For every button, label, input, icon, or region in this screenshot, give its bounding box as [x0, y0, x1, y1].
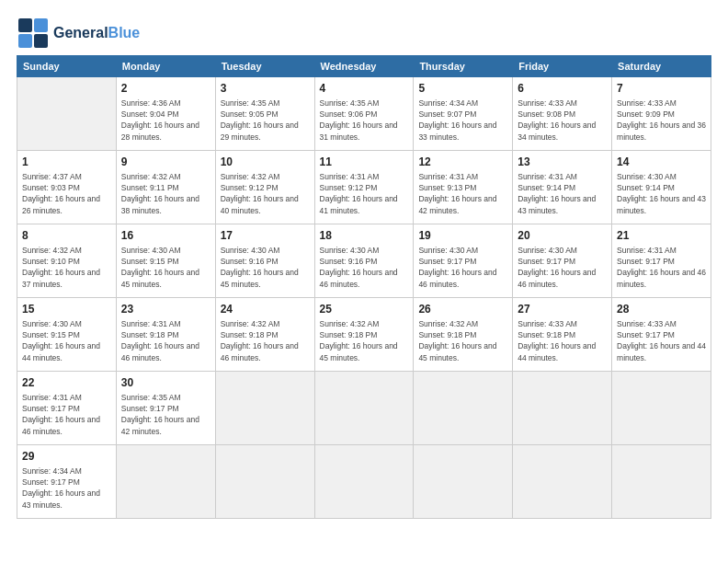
page-container: GeneralBlue SundayMondayTuesdayWednesday… — [0, 0, 728, 528]
day-number: 8 — [22, 228, 111, 244]
day-info: Sunrise: 4:34 AMSunset: 9:17 PMDaylight:… — [22, 465, 111, 511]
day-info: Sunrise: 4:33 AMSunset: 9:18 PMDaylight:… — [518, 318, 607, 363]
day-number: 3 — [221, 81, 310, 97]
calendar-cell: 5Sunrise: 4:34 AMSunset: 9:07 PMDaylight… — [414, 77, 513, 151]
day-number: 18 — [320, 228, 409, 244]
calendar-cell — [414, 372, 513, 445]
calendar-cell — [513, 372, 612, 445]
day-number: 21 — [617, 228, 706, 244]
calendar-cell — [17, 77, 117, 151]
calendar-cell: 1Sunrise: 4:37 AMSunset: 9:03 PMDaylight… — [17, 151, 117, 224]
calendar-cell: 4Sunrise: 4:35 AMSunset: 9:06 PMDaylight… — [314, 77, 414, 151]
day-info: Sunrise: 4:33 AMSunset: 9:17 PMDaylight:… — [617, 318, 706, 363]
day-header-sunday: Sunday — [17, 56, 117, 77]
calendar-week-4: 22Sunrise: 4:31 AMSunset: 9:17 PMDayligh… — [17, 372, 711, 445]
day-number: 11 — [320, 155, 409, 170]
day-number: 5 — [418, 81, 507, 97]
calendar-cell — [215, 372, 314, 445]
calendar-cell: 2Sunrise: 4:36 AMSunset: 9:04 PMDaylight… — [116, 77, 215, 151]
calendar-body: 2Sunrise: 4:36 AMSunset: 9:04 PMDaylight… — [17, 77, 711, 519]
day-number: 29 — [22, 449, 111, 465]
day-info: Sunrise: 4:32 AMSunset: 9:10 PMDaylight:… — [22, 245, 111, 290]
calendar-week-2: 8Sunrise: 4:32 AMSunset: 9:10 PMDaylight… — [17, 224, 711, 298]
day-info: Sunrise: 4:33 AMSunset: 9:08 PMDaylight:… — [518, 98, 607, 143]
day-info: Sunrise: 4:30 AMSunset: 9:17 PMDaylight:… — [518, 245, 607, 290]
day-number: 25 — [320, 302, 409, 317]
calendar-cell: 27Sunrise: 4:33 AMSunset: 9:18 PMDayligh… — [513, 298, 612, 372]
calendar-cell — [513, 445, 612, 519]
calendar-cell: 16Sunrise: 4:30 AMSunset: 9:15 PMDayligh… — [116, 224, 215, 298]
day-number: 16 — [121, 228, 210, 244]
calendar-cell: 21Sunrise: 4:31 AMSunset: 9:17 PMDayligh… — [612, 224, 711, 298]
day-number: 6 — [518, 81, 607, 97]
calendar-cell: 10Sunrise: 4:32 AMSunset: 9:12 PMDayligh… — [215, 151, 314, 224]
day-number: 30 — [121, 375, 210, 391]
calendar-cell: 14Sunrise: 4:30 AMSunset: 9:14 PMDayligh… — [612, 151, 711, 224]
calendar-cell: 20Sunrise: 4:30 AMSunset: 9:17 PMDayligh… — [513, 224, 612, 298]
day-info: Sunrise: 4:31 AMSunset: 9:13 PMDaylight:… — [418, 171, 507, 216]
day-number: 10 — [221, 155, 310, 170]
day-number: 14 — [617, 155, 706, 170]
logo-icon — [17, 17, 50, 50]
day-header-thursday: Thursday — [414, 56, 513, 77]
day-number: 9 — [121, 155, 210, 170]
day-info: Sunrise: 4:31 AMSunset: 9:17 PMDaylight:… — [22, 392, 111, 437]
day-number: 7 — [617, 81, 706, 97]
day-info: Sunrise: 4:35 AMSunset: 9:05 PMDaylight:… — [221, 98, 310, 143]
day-header-wednesday: Wednesday — [314, 56, 414, 77]
day-info: Sunrise: 4:32 AMSunset: 9:12 PMDaylight:… — [221, 171, 310, 216]
calendar-table: SundayMondayTuesdayWednesdayThursdayFrid… — [17, 55, 711, 519]
calendar-cell — [314, 372, 414, 445]
calendar-cell: 19Sunrise: 4:30 AMSunset: 9:17 PMDayligh… — [414, 224, 513, 298]
day-info: Sunrise: 4:31 AMSunset: 9:17 PMDaylight:… — [617, 245, 706, 290]
calendar-week-1: 1Sunrise: 4:37 AMSunset: 9:03 PMDaylight… — [17, 151, 711, 224]
day-number: 22 — [22, 375, 111, 391]
calendar-cell: 6Sunrise: 4:33 AMSunset: 9:08 PMDaylight… — [513, 77, 612, 151]
calendar-week-0: 2Sunrise: 4:36 AMSunset: 9:04 PMDaylight… — [17, 77, 711, 151]
day-info: Sunrise: 4:35 AMSunset: 9:06 PMDaylight:… — [320, 98, 409, 143]
day-number: 20 — [518, 228, 607, 244]
day-number: 24 — [221, 302, 310, 317]
day-number: 4 — [320, 81, 409, 97]
calendar-week-5: 29Sunrise: 4:34 AMSunset: 9:17 PMDayligh… — [17, 445, 711, 519]
calendar-cell: 12Sunrise: 4:31 AMSunset: 9:13 PMDayligh… — [414, 151, 513, 224]
calendar-cell — [612, 445, 711, 519]
logo: GeneralBlue — [17, 17, 140, 50]
logo-blue-text: Blue — [108, 25, 141, 40]
calendar-cell: 7Sunrise: 4:33 AMSunset: 9:09 PMDaylight… — [612, 77, 711, 151]
day-number: 27 — [518, 302, 607, 317]
calendar-cell: 9Sunrise: 4:32 AMSunset: 9:11 PMDaylight… — [116, 151, 215, 224]
calendar-cell: 22Sunrise: 4:31 AMSunset: 9:17 PMDayligh… — [17, 372, 117, 445]
svg-rect-3 — [34, 34, 48, 48]
day-number: 13 — [518, 155, 607, 170]
calendar-cell — [314, 445, 414, 519]
day-header-tuesday: Tuesday — [215, 56, 314, 77]
day-info: Sunrise: 4:30 AMSunset: 9:16 PMDaylight:… — [320, 245, 409, 290]
day-number: 17 — [221, 228, 310, 244]
calendar-cell: 8Sunrise: 4:32 AMSunset: 9:10 PMDaylight… — [17, 224, 117, 298]
calendar-cell — [116, 445, 215, 519]
calendar-cell — [414, 445, 513, 519]
day-header-monday: Monday — [116, 56, 215, 77]
logo-general: General — [53, 25, 108, 40]
day-info: Sunrise: 4:30 AMSunset: 9:15 PMDaylight:… — [121, 245, 210, 290]
day-info: Sunrise: 4:32 AMSunset: 9:18 PMDaylight:… — [221, 318, 310, 363]
calendar-cell: 11Sunrise: 4:31 AMSunset: 9:12 PMDayligh… — [314, 151, 414, 224]
day-info: Sunrise: 4:30 AMSunset: 9:15 PMDaylight:… — [22, 318, 111, 363]
day-info: Sunrise: 4:30 AMSunset: 9:17 PMDaylight:… — [418, 245, 507, 290]
svg-rect-0 — [18, 18, 32, 32]
day-info: Sunrise: 4:33 AMSunset: 9:09 PMDaylight:… — [617, 98, 706, 143]
calendar-cell: 13Sunrise: 4:31 AMSunset: 9:14 PMDayligh… — [513, 151, 612, 224]
calendar-cell: 15Sunrise: 4:30 AMSunset: 9:15 PMDayligh… — [17, 298, 117, 372]
day-info: Sunrise: 4:34 AMSunset: 9:07 PMDaylight:… — [418, 98, 507, 143]
day-header-saturday: Saturday — [612, 56, 711, 77]
header: GeneralBlue — [17, 17, 711, 50]
day-number: 19 — [418, 228, 507, 244]
day-info: Sunrise: 4:30 AMSunset: 9:16 PMDaylight:… — [221, 245, 310, 290]
day-info: Sunrise: 4:30 AMSunset: 9:14 PMDaylight:… — [617, 171, 706, 216]
day-number: 1 — [22, 155, 111, 170]
calendar-cell: 3Sunrise: 4:35 AMSunset: 9:05 PMDaylight… — [215, 77, 314, 151]
calendar-cell: 25Sunrise: 4:32 AMSunset: 9:18 PMDayligh… — [314, 298, 414, 372]
day-header-friday: Friday — [513, 56, 612, 77]
day-number: 15 — [22, 302, 111, 317]
